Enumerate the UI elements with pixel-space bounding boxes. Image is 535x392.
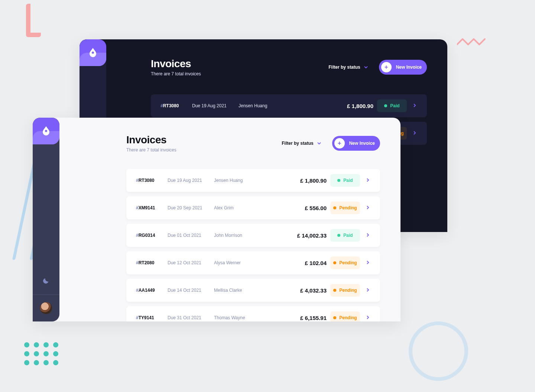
invoice-amount: £ 1,800.90: [266, 177, 327, 184]
theme-toggle[interactable]: [43, 268, 49, 294]
sidebar-divider: [33, 294, 59, 295]
page-title: Invoices: [151, 58, 328, 70]
invoice-row[interactable]: #RT3080 Due 19 Aug 2021 Jensen Huang £ 1…: [126, 169, 380, 192]
chevron-right-icon: [411, 103, 419, 108]
status-label: Pending: [339, 260, 357, 265]
invoice-amount: £ 1,800.90: [291, 103, 373, 109]
status-dot-icon: [337, 179, 340, 182]
invoice-due: Due 20 Sep 2021: [168, 205, 210, 210]
status-label: Paid: [343, 178, 353, 183]
status-dot-icon: [333, 289, 336, 292]
invoice-row[interactable]: #RT2080 Due 12 Oct 2021 Alysa Werner £ 1…: [126, 251, 380, 274]
invoice-client: Jensen Huang: [214, 178, 262, 183]
invoice-amount: £ 102.04: [266, 260, 327, 266]
invoice-list: #RT3080 Due 19 Aug 2021 Jensen Huang £ 1…: [126, 169, 380, 321]
status-badge: Paid: [330, 174, 360, 187]
invoice-row[interactable]: #RG0314 Due 01 Oct 2021 John Morrison £ …: [126, 224, 380, 247]
chevron-right-icon: [364, 178, 372, 183]
app-light-theme: Invoices There are 7 total invoices Filt…: [33, 118, 401, 321]
header: Invoices There are 7 total invoices Filt…: [126, 134, 380, 153]
invoice-client: Mellisa Clarke: [214, 288, 262, 293]
invoice-id: #XM9141: [136, 205, 164, 210]
new-invoice-label: New Invoice: [396, 65, 422, 70]
invoice-client: Alysa Werner: [214, 260, 262, 265]
invoice-amount: £ 6,155.91: [266, 315, 327, 321]
invoice-id: #RT3080: [136, 178, 164, 183]
invoice-due: Due 14 Oct 2021: [168, 288, 210, 293]
invoice-due: Due 31 Oct 2021: [168, 315, 210, 320]
invoice-id: #RT3080: [160, 103, 188, 108]
plus-icon: +: [334, 138, 345, 148]
page-subtitle: There are 7 total invoices: [151, 71, 328, 76]
new-invoice-button[interactable]: + New Invoice: [379, 60, 427, 75]
status-dot-icon: [333, 261, 336, 264]
invoice-id: #TY9141: [136, 315, 164, 320]
new-invoice-button[interactable]: + New Invoice: [332, 136, 380, 151]
invoice-due: Due 19 Aug 2021: [168, 178, 210, 183]
moon-icon: [43, 277, 49, 284]
chevron-right-icon: [411, 131, 419, 136]
status-badge: Paid: [377, 99, 407, 112]
invoice-amount: £ 556.00: [266, 205, 327, 211]
new-invoice-label: New Invoice: [349, 141, 375, 146]
chevron-right-icon: [364, 205, 372, 210]
invoice-amount: £ 14,002.33: [266, 232, 327, 239]
invoice-client: Jensen Huang: [239, 103, 287, 108]
invoice-client: Alex Grim: [214, 205, 262, 210]
filter-dropdown[interactable]: Filter by status: [328, 65, 367, 70]
status-dot-icon: [337, 234, 340, 237]
filter-label: Filter by status: [282, 141, 313, 146]
page-title: Invoices: [126, 134, 282, 146]
filter-dropdown[interactable]: Filter by status: [282, 141, 321, 146]
status-label: Pending: [339, 315, 357, 320]
invoice-row[interactable]: #AA1449 Due 14 Oct 2021 Mellisa Clarke £…: [126, 279, 380, 302]
invoice-due: Due 19 Aug 2021: [192, 103, 235, 108]
logo[interactable]: [33, 118, 59, 144]
status-badge: Pending: [330, 311, 360, 321]
avatar[interactable]: [40, 302, 52, 314]
filter-label: Filter by status: [328, 65, 360, 70]
status-badge: Pending: [330, 202, 360, 214]
invoice-row[interactable]: #XM9141 Due 20 Sep 2021 Alex Grim £ 556.…: [126, 196, 380, 219]
page-subtitle: There are 7 total invoices: [126, 147, 282, 153]
status-badge: Paid: [330, 229, 360, 242]
invoice-amount: £ 4,032.33: [266, 287, 327, 294]
status-dot-icon: [384, 104, 387, 107]
chevron-right-icon: [364, 288, 372, 293]
invoice-client: John Morrison: [214, 233, 262, 238]
invoice-due: Due 01 Oct 2021: [168, 233, 210, 238]
invoice-id: #AA1449: [136, 288, 164, 293]
status-badge: Pending: [330, 284, 360, 297]
status-dot-icon: [333, 206, 336, 209]
chevron-down-icon: [364, 66, 368, 68]
chevron-right-icon: [364, 233, 372, 238]
header: Invoices There are 7 total invoices Filt…: [151, 58, 427, 76]
invoice-client: Thomas Wayne: [214, 315, 262, 320]
status-label: Paid: [390, 103, 399, 108]
plus-icon: +: [381, 62, 392, 72]
invoice-row[interactable]: #TY9141 Due 31 Oct 2021 Thomas Wayne £ 6…: [126, 306, 380, 321]
invoice-id: #RG0314: [136, 233, 164, 238]
status-label: Paid: [343, 233, 353, 238]
chevron-right-icon: [364, 315, 372, 320]
logo[interactable]: [80, 39, 106, 66]
status-label: Pending: [339, 288, 357, 293]
sidebar: [33, 118, 59, 321]
status-dot-icon: [333, 316, 336, 319]
chevron-down-icon: [317, 142, 321, 144]
invoice-row[interactable]: #RT3080 Due 19 Aug 2021 Jensen Huang £ 1…: [151, 94, 427, 117]
chevron-right-icon: [364, 260, 372, 265]
invoice-due: Due 12 Oct 2021: [168, 260, 210, 265]
status-label: Pending: [339, 205, 357, 210]
status-badge: Pending: [330, 257, 360, 269]
invoice-id: #RT2080: [136, 260, 164, 265]
